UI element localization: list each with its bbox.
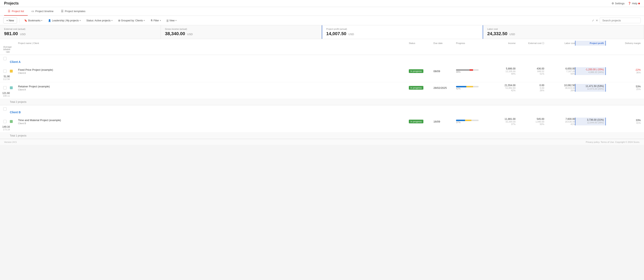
status-dropdown[interactable]: Status: Active projects ▾	[84, 18, 114, 23]
filter-dropdown[interactable]: ⚗ Filter ▾	[148, 18, 163, 23]
row-due-date: 16/09	[434, 120, 456, 123]
header-avg-billable: Average billable rate	[3, 46, 10, 53]
row-status: In progress	[409, 69, 434, 73]
row-project-name-cell: Time and Material Project (example) Clie…	[18, 119, 409, 124]
header-labor-cost: Labor cost	[544, 42, 575, 44]
row-color	[10, 86, 18, 89]
expand-icon[interactable]: ⤢	[592, 19, 594, 22]
grouped-dropdown[interactable]: ⊞ Grouped by: Clients ▾	[116, 18, 147, 23]
help-link[interactable]: ❓ Help	[628, 2, 640, 5]
search-input[interactable]	[600, 18, 641, 23]
owner-dropdown[interactable]: 👤 Leadership | My projects ▾	[46, 18, 83, 23]
progress-pct: 37%	[456, 121, 485, 123]
filter-icon: ⚗	[150, 19, 153, 22]
total-label: Total 1 projects	[10, 134, 409, 137]
row-delivery-margin: 33% 41%	[606, 119, 641, 124]
row-project-name-cell: Fixed Price Project (example) Client A	[18, 68, 409, 74]
header-due-date: Due date	[434, 42, 456, 44]
chevron-down-icon: ▾	[112, 19, 112, 22]
bookmark-icon: 🔖	[24, 19, 27, 22]
toolbar: + New 🔖 Bookmarks ▾ 👤 Leadership | My pr…	[0, 16, 644, 25]
table-header: Project name | Client Status Due date Pr…	[0, 39, 644, 55]
chevron-down-icon: ▾	[80, 19, 81, 22]
summary-project-profit: Project profit (actual) 14,007.50 USD	[322, 25, 483, 39]
row-status: In progress	[409, 120, 434, 123]
view-icon: |||	[167, 19, 168, 22]
tab-project-templates[interactable]: ☰ Project templates	[57, 7, 89, 16]
summary-label: Gross income (actual)	[165, 28, 318, 30]
client-group-b: Client B	[0, 105, 644, 116]
row-avg-billable: 149.16 173.19	[3, 125, 10, 131]
table-row: Time and Material Project (example) Clie…	[0, 116, 644, 132]
view-dropdown[interactable]: ||| View ▾	[164, 18, 178, 23]
clear-filter-icon[interactable]: ✕	[596, 19, 598, 22]
row-delivery-margin: 53% 25%	[606, 85, 641, 90]
row-delivery-margin: -22% 36%	[606, 68, 641, 74]
row-labor-cost: 7,600.00 18,530.00 41%	[544, 118, 575, 125]
row-avg-billable: 121.60 108.11	[3, 92, 10, 97]
row-checkbox[interactable]	[3, 86, 10, 89]
bookmarks-dropdown[interactable]: 🔖 Bookmarks ▾	[22, 18, 44, 23]
projects-table: Project name | Client Status Due date Pr…	[0, 39, 644, 139]
top-bar: Projects ⚙ Settings ❓ Help	[0, 0, 644, 7]
row-project-name-cell: Retainer Project (example) Client A	[18, 85, 409, 91]
project-client: Client A	[18, 72, 409, 74]
summary-value: 14,007.50 USD	[326, 31, 479, 36]
client-a-name: Client A	[10, 60, 409, 64]
client-group-a: Client A	[0, 55, 644, 66]
chevron-down-icon: ▾	[41, 19, 42, 22]
table-row: Retainer Project (example) Client A In p…	[0, 82, 644, 99]
summary-label: Project profit (actual)	[326, 28, 479, 30]
row-income: 5,886.00 12,105.66 49%	[485, 67, 516, 75]
summary-value: 981.00 USD	[4, 31, 156, 36]
row-progress: 37%	[456, 120, 485, 123]
row-avg-billable: 51.90 112.56	[3, 75, 10, 80]
row-checkbox[interactable]	[3, 120, 10, 123]
row-progress: 49%	[456, 69, 485, 73]
tabs-bar: ☰ Project list ▭ Project timeline ☰ Proj…	[0, 7, 644, 16]
summary-value: 24,332.50 USD	[487, 31, 640, 36]
list-icon: ☰	[8, 10, 10, 13]
row-external-cost: 545.00 1,090.00 50%	[516, 118, 544, 125]
total-label: Total 2 projects	[10, 100, 409, 103]
header-external-cost: External cost ⓘ	[516, 42, 544, 45]
row-external-cost: 436.00 849.52 51%	[516, 67, 544, 75]
summary-row: External cost (actual) 981.00 USD Gross …	[0, 25, 644, 39]
client-group-checkbox[interactable]	[3, 107, 10, 111]
tab-project-timeline[interactable]: ▭ Project timeline	[28, 7, 57, 16]
row-progress: 42%	[456, 86, 485, 90]
project-name[interactable]: Fixed Price Project (example)	[18, 68, 409, 71]
project-client: Client A	[18, 88, 409, 91]
settings-link[interactable]: ⚙ Settings	[612, 2, 624, 5]
summary-gross-income: Gross income (actual) 38,340.00 USD	[161, 25, 322, 39]
chevron-down-icon: ▾	[160, 19, 161, 22]
top-bar-right: ⚙ Settings ❓ Help	[612, 2, 640, 5]
status-badge: In progress	[409, 69, 424, 73]
summary-label: External cost (actual)	[4, 28, 156, 30]
summary-labor-cost: Labor cost 24,332.50 USD	[483, 25, 644, 39]
chevron-down-icon: ▾	[176, 19, 176, 22]
header-project-name: Project name | Client	[18, 42, 409, 44]
project-name[interactable]: Time and Material Project (example)	[18, 119, 409, 122]
tab-project-list[interactable]: ☰ Project list	[4, 7, 28, 16]
row-checkbox[interactable]	[3, 69, 10, 73]
project-client: Client B	[18, 122, 409, 124]
progress-pct: 42%	[456, 87, 485, 90]
summary-value: 38,340.00 USD	[165, 31, 318, 36]
client-group-checkbox[interactable]	[3, 57, 10, 60]
new-button[interactable]: + New	[3, 18, 17, 24]
total-row-client-b: Total 1 projects	[0, 132, 644, 139]
summary-label: Labor cost	[487, 28, 640, 30]
header-status: Status	[409, 42, 434, 44]
status-badge: In progress	[409, 120, 424, 123]
row-status: In progress	[409, 86, 434, 90]
table-row: Fixed Price Project (example) Client A I…	[0, 66, 644, 82]
row-due-date: 08/09	[434, 70, 456, 73]
project-name[interactable]: Retainer Project (example)	[18, 85, 409, 88]
footer: Version 24.5 Privacy policy. Terms of Us…	[0, 139, 644, 145]
status-badge: In progress	[409, 86, 424, 90]
row-external-cost: 0.00 0.00 26%	[516, 84, 544, 92]
row-income: 11,881.00 32,264.00 37%	[485, 118, 516, 125]
group-icon: ⊞	[118, 19, 120, 22]
legal-text: Privacy policy. Terms of Use. Copyright …	[586, 141, 640, 143]
